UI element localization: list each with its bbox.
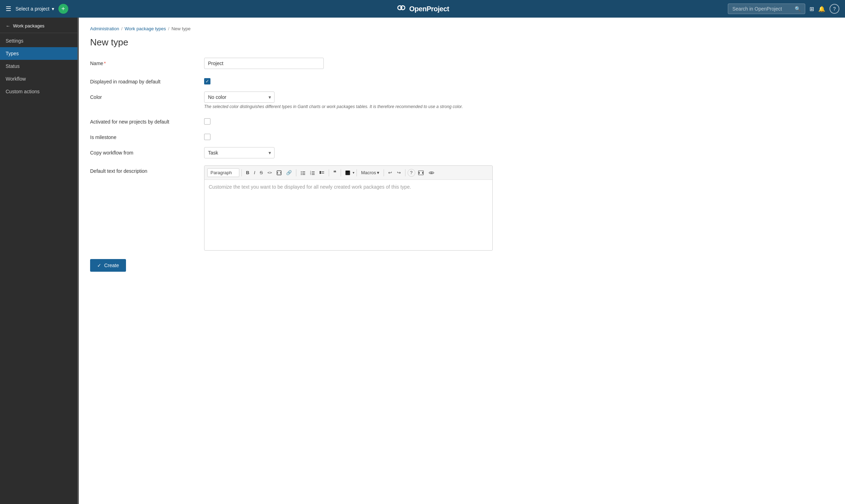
sidebar-item-workflow[interactable]: Workflow	[0, 73, 77, 85]
svg-text:3.: 3.	[310, 173, 311, 175]
toolbar-undo-button[interactable]: ↩	[386, 169, 394, 177]
color-label: Color	[90, 92, 196, 100]
svg-point-6	[301, 174, 302, 175]
color-hint: The selected color distinguishes differe…	[204, 104, 486, 109]
toolbar-bold-button[interactable]: B	[244, 169, 251, 177]
sidebar-item-status-label: Status	[6, 63, 20, 69]
breadcrumb-current: New type	[171, 26, 190, 31]
toolbar-strikethrough-button[interactable]: S	[258, 169, 265, 177]
name-label: Name*	[90, 58, 196, 66]
toolbar-source-button[interactable]	[416, 169, 426, 177]
name-field	[204, 58, 834, 69]
toolbar-ordered-list-button[interactable]: 1.2.3.	[308, 169, 317, 177]
roadmap-form-row: Displayed in roadmap by default ✓	[90, 76, 834, 84]
editor-toolbar: Paragraph B I S <> 🔗	[204, 166, 492, 180]
toolbar-divider-5	[357, 169, 357, 176]
breadcrumb: Administration / Work package types / Ne…	[90, 26, 834, 31]
sidebar-item-settings-label: Settings	[6, 38, 24, 44]
table-dropdown-arrow-icon: ▾	[353, 171, 354, 175]
toolbar-blockquote-button[interactable]: ❝	[331, 168, 339, 177]
sidebar-item-custom-actions-label: Custom actions	[6, 89, 39, 94]
main-content: Administration / Work package types / Ne…	[79, 18, 845, 504]
toolbar-paragraph-group: Paragraph	[207, 168, 239, 177]
bell-icon[interactable]: 🔔	[818, 6, 825, 12]
svg-rect-14	[320, 171, 321, 172]
toolbar-table-group: ▾	[343, 169, 354, 177]
sidebar-item-status[interactable]: Status	[0, 60, 77, 73]
checkmark-icon: ✓	[206, 79, 209, 84]
sidebar: ← Work packages Settings Types Status Wo…	[0, 18, 77, 504]
color-select[interactable]: No color	[204, 92, 275, 103]
milestone-field	[204, 132, 834, 140]
project-selector[interactable]: Select a project ▾	[15, 6, 54, 12]
sidebar-item-types[interactable]: Types	[0, 47, 77, 60]
create-button-label: Create	[104, 263, 119, 268]
macros-dropdown-arrow-icon: ▾	[377, 170, 379, 175]
editor-placeholder: Customize the text you want to be displa…	[209, 184, 411, 190]
toolbar-code-button[interactable]: <>	[265, 169, 274, 176]
name-required-star: *	[104, 61, 106, 66]
copy-workflow-label: Copy workflow from	[90, 147, 196, 156]
toolbar-help-button[interactable]: ?	[408, 169, 415, 177]
toolbar-macros-button[interactable]: Macros ▾	[359, 169, 381, 177]
roadmap-field: ✓	[204, 76, 834, 84]
help-icon[interactable]: ?	[830, 4, 839, 14]
editor-body[interactable]: Customize the text you want to be displa…	[204, 180, 492, 250]
copy-workflow-form-row: Copy workflow from Task ▾	[90, 147, 834, 158]
toolbar-divider-4	[341, 169, 341, 176]
toolbar-preview-button[interactable]	[427, 169, 436, 177]
sidebar-divider	[0, 33, 77, 33]
copy-workflow-select-wrapper: Task ▾	[204, 147, 275, 158]
svg-point-24	[431, 172, 432, 174]
svg-point-0	[400, 7, 402, 9]
milestone-form-row: Is milestone	[90, 132, 834, 140]
toolbar-divider-3	[329, 169, 329, 176]
sidebar-back-label: Work packages	[13, 23, 44, 29]
svg-rect-16	[320, 172, 321, 174]
layout: ← Work packages Settings Types Status Wo…	[0, 18, 845, 504]
activated-form-row: Activated for new projects by default	[90, 116, 834, 125]
copy-workflow-select[interactable]: Task	[204, 147, 275, 158]
breadcrumb-administration[interactable]: Administration	[90, 26, 119, 31]
toolbar-bullet-list-button[interactable]	[298, 169, 308, 177]
milestone-label: Is milestone	[90, 132, 196, 140]
toolbar-redo-button[interactable]: ↪	[395, 169, 403, 177]
toolbar-task-list-button[interactable]	[317, 169, 327, 177]
project-selector-arrow: ▾	[52, 6, 54, 12]
roadmap-label: Displayed in roadmap by default	[90, 76, 196, 84]
toolbar-italic-button[interactable]: I	[252, 169, 257, 177]
logo-icon	[396, 4, 406, 13]
activated-label: Activated for new projects by default	[90, 116, 196, 125]
breadcrumb-work-package-types[interactable]: Work package types	[125, 26, 166, 31]
roadmap-checkbox[interactable]: ✓	[204, 78, 210, 84]
navbar: ☰ Select a project ▾ + OpenProject 🔍 ⊞ 🔔…	[0, 0, 845, 18]
svg-rect-18	[346, 171, 350, 175]
create-button[interactable]: ✓ Create	[90, 259, 126, 272]
toolbar-table-button[interactable]	[343, 169, 352, 177]
hamburger-menu-icon[interactable]: ☰	[6, 5, 11, 13]
toolbar-code-block-button[interactable]	[275, 169, 284, 177]
activated-field	[204, 116, 834, 125]
sidebar-back-button[interactable]: ← Work packages	[0, 18, 77, 31]
back-arrow-icon: ←	[6, 23, 10, 29]
milestone-checkbox[interactable]	[204, 134, 210, 140]
color-field: No color ▾ The selected color distinguis…	[204, 92, 834, 109]
add-project-button[interactable]: +	[58, 4, 68, 14]
logo-text: OpenProject	[409, 5, 449, 13]
svg-point-2	[301, 171, 302, 172]
color-form-row: Color No color ▾ The selected color dist…	[90, 92, 834, 109]
color-select-wrapper: No color ▾	[204, 92, 275, 103]
description-label: Default text for description	[90, 165, 196, 174]
name-form-row: Name*	[90, 58, 834, 69]
sidebar-item-custom-actions[interactable]: Custom actions	[0, 85, 77, 98]
name-input[interactable]	[204, 58, 324, 69]
search-box[interactable]: 🔍	[728, 4, 805, 14]
toolbar-paragraph-select[interactable]: Paragraph	[207, 168, 239, 177]
toolbar-link-button[interactable]: 🔗	[284, 169, 294, 177]
create-checkmark-icon: ✓	[97, 263, 101, 268]
activated-checkbox[interactable]	[204, 118, 210, 125]
sidebar-item-settings[interactable]: Settings	[0, 34, 77, 47]
grid-icon[interactable]: ⊞	[809, 6, 814, 12]
sidebar-item-types-label: Types	[6, 51, 19, 56]
search-input[interactable]	[732, 6, 792, 12]
